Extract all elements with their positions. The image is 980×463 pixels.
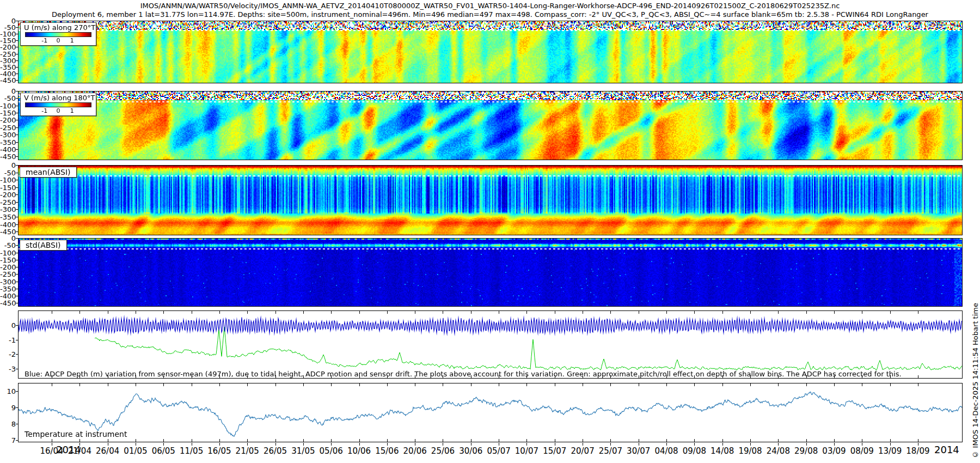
y-axis-tick-mark (16, 224, 18, 225)
y-axis-tick-mark (16, 142, 18, 143)
x-axis-tick-label: 06/05 (152, 446, 175, 456)
y-axis-tick-mark (16, 60, 18, 61)
x-axis-tick-mark (555, 443, 555, 446)
y-axis-tick-mark (16, 354, 18, 355)
x-axis-tick-mark (219, 443, 220, 446)
y-axis-tick-mark (16, 260, 18, 260)
x-axis-tick-label: 20/06 (403, 446, 427, 456)
y-axis-tick-label: 8 (0, 421, 16, 428)
y-axis-tick-mark (16, 27, 18, 28)
y-axis-tick-label: -450 (0, 77, 16, 84)
x-axis-tick-mark (499, 443, 499, 446)
x-axis-tick-mark (722, 443, 723, 446)
y-axis-tick-mark (16, 149, 18, 150)
x-axis-tick-label: 24/08 (767, 446, 790, 456)
v-legend-title: V (m/s) along 180°T (24, 94, 93, 102)
x-axis-tick-mark (583, 443, 583, 446)
adcp-summary-figure: IMOS/ANMN/WA/WATR50/Velocity/IMOS_ANMN-W… (0, 0, 980, 463)
std-absi-heatmap-canvas (19, 239, 962, 306)
x-axis-tick-mark (415, 443, 415, 446)
x-axis-tick-mark (136, 443, 136, 446)
y-axis-tick-mark (16, 113, 18, 113)
x-axis-tick-label: 15/06 (375, 446, 399, 456)
x-axis-tick-label: 03/09 (822, 446, 846, 456)
x-axis-tick-label: 20/07 (571, 446, 594, 456)
y-axis-tick-mark (16, 303, 18, 303)
y-axis-tick-mark (16, 40, 18, 41)
temperature-canvas (19, 383, 962, 442)
y-axis-tick-mark (16, 325, 18, 326)
y-axis-tick-mark (16, 340, 18, 340)
y-axis-tick-mark (16, 369, 18, 369)
y-axis-tick-mark (16, 165, 18, 166)
u-legend-title: U (m/s) along 270°T (24, 23, 93, 32)
x-axis-tick-mark (192, 443, 192, 446)
x-axis-tick-label: 05/06 (320, 446, 343, 456)
y-axis-tick-mark (16, 440, 18, 441)
y-axis-tick-mark (16, 47, 18, 47)
x-axis-tick-label: 14/08 (710, 446, 734, 456)
y-axis-tick-label: -200 (0, 191, 16, 198)
y-axis-tick-label: -50 (0, 242, 16, 249)
jet-colorbar (25, 32, 91, 37)
y-axis-tick-label: -200 (0, 117, 16, 124)
x-axis-tick-label: 15/07 (543, 446, 566, 456)
x-axis-tick-mark (79, 443, 80, 446)
y-axis-tick-mark (16, 245, 18, 246)
x-axis-tick-mark (526, 443, 527, 446)
v-colorbar-legend: V (m/s) along 180°T -101 (20, 93, 96, 116)
x-axis-tick-mark (331, 443, 332, 446)
y-axis-tick-label: -450 (0, 300, 16, 307)
x-axis-tick-label: 05/07 (487, 446, 510, 456)
x-axis-tick-label: 21/04 (68, 446, 91, 456)
figure-title-filename: IMOS/ANMN/WA/WATR50/Velocity/IMOS_ANMN-W… (0, 2, 980, 10)
depth-variation-canvas (19, 311, 962, 378)
x-axis-tick-mark (108, 443, 108, 446)
y-axis-tick-label: -250 (0, 271, 16, 278)
x-axis-tick-mark (471, 443, 471, 446)
x-axis-tick-label: 18/09 (906, 446, 929, 456)
x-axis-tick-mark (163, 443, 164, 446)
x-axis-tick-label: 09/08 (683, 446, 706, 456)
y-axis-tick-mark (16, 67, 18, 68)
y-axis-tick-mark (16, 120, 18, 120)
mean-absi-label-box: mean(ABSI) (20, 167, 77, 178)
y-axis-tick-mark (16, 232, 18, 232)
x-axis-tick-mark (443, 443, 443, 446)
y-axis-tick-mark (16, 74, 18, 74)
x-axis-tick-mark (275, 443, 276, 446)
std-absi-heatmap-panel: std(ABSI) (18, 238, 963, 307)
colorbar-tick-label: -1 (41, 37, 47, 44)
y-axis-tick-mark (16, 424, 18, 424)
x-axis-tick-mark (52, 443, 52, 446)
colorbar-tick-label: -1 (41, 107, 47, 114)
x-axis-tick-label: 11/05 (180, 446, 203, 456)
x-axis-tick-label: 10/07 (515, 446, 538, 456)
x-axis-tick-label: 26/05 (264, 446, 287, 456)
y-axis-tick-label: -450 (0, 153, 16, 160)
y-axis-tick-label: 7 (0, 437, 16, 444)
x-axis-tick-label: 16/05 (207, 446, 231, 456)
x-axis-tick-mark (610, 443, 611, 446)
x-axis-tick-mark (918, 443, 918, 446)
x-axis-tick-label: 01/05 (124, 446, 147, 456)
y-axis-tick-mark (16, 34, 18, 34)
x-axis-tick-label: 26/04 (96, 446, 119, 456)
x-axis-tick-label: 16/04 (40, 446, 63, 456)
x-axis-tick-label: 13/09 (878, 446, 902, 456)
colorbar-tick-label: 1 (70, 37, 74, 44)
y-axis-tick-label: -350 (0, 214, 16, 221)
y-axis-tick-label: -2 (0, 351, 16, 358)
colorbar-tick-label: 0 (57, 107, 60, 114)
y-axis-tick-mark (16, 238, 18, 239)
y-axis-tick-mark (16, 98, 18, 99)
std-absi-label-box: std(ABSI) (20, 240, 67, 251)
y-axis-tick-mark (16, 209, 18, 210)
x-axis-tick-label: 08/09 (850, 446, 874, 456)
mean-absi-heatmap-canvas (19, 166, 962, 235)
x-axis-tick-mark (387, 443, 388, 446)
y-axis-tick-mark (16, 106, 18, 106)
y-axis-tick-mark (16, 407, 18, 408)
y-axis-tick-mark (16, 187, 18, 188)
x-axis-tick-mark (778, 443, 779, 446)
